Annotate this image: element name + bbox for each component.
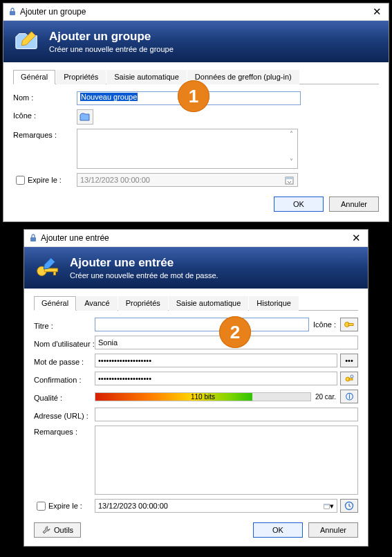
tools-button[interactable]: Outils [34,522,81,538]
remarks-label: Remarques : [13,129,77,139]
wrench-icon [41,525,51,535]
tab-general[interactable]: Général [13,70,55,84]
info-icon: ⓘ [346,392,353,402]
expires-checkbox[interactable] [16,176,25,185]
expires-value: 13/12/2023 00:00:00 [80,176,150,184]
annotation-badge-1: 1 [178,80,209,112]
header-subtitle: Créer une nouvelle entrée de groupe [49,45,174,53]
icon-label: Icône : [13,109,77,120]
quality-chars: 20 car. [315,393,336,401]
dots-icon: ••• [345,356,353,365]
remarks-textarea[interactable]: ˄ ˅ [77,129,298,169]
svg-point-11 [351,375,353,378]
confirm-input[interactable] [95,372,337,385]
password-input[interactable] [95,354,337,367]
svg-rect-3 [30,237,36,241]
tab-history[interactable]: Historique [249,296,299,311]
quality-bits: 110 bits [191,393,215,401]
window-title: Ajouter un groupe [20,7,369,17]
svg-rect-8 [348,324,353,326]
tab-properties[interactable]: Propriétés [118,296,168,311]
close-button[interactable]: ✕ [348,232,364,244]
svg-rect-0 [10,11,15,15]
quality-meter: 110 bits [95,392,311,401]
key-pencil-icon [34,254,62,282]
expires-checkbox[interactable] [37,502,46,511]
quality-info-button[interactable]: ⓘ [340,390,358,403]
tab-autotype[interactable]: Saisie automatique [106,70,187,84]
add-group-dialog: Ajouter un groupe ✕ Ajouter un groupe Cr… [3,3,389,222]
tab-properties[interactable]: Propriétés [56,70,106,84]
titlebar[interactable]: Ajouter une entrée ✕ [24,230,368,247]
svg-rect-13 [324,504,330,505]
svg-rect-2 [286,177,293,179]
reveal-password-button[interactable]: ••• [340,354,358,367]
add-entry-dialog: Ajouter une entrée ✕ Ajouter une entrée … [24,229,368,547]
cancel-button[interactable]: Annuler [308,522,358,538]
tab-advanced[interactable]: Avancé [77,296,118,311]
tools-label: Outils [54,526,73,534]
dialog-body: 2 Général Avancé Propriétés Saisie autom… [24,289,368,546]
expires-label: Expire le : [48,502,82,510]
clock-icon [344,501,354,511]
password-label: Mot de passe : [34,356,95,366]
confirm-label: Confirmation : [34,374,95,384]
tab-autotype[interactable]: Saisie automatique [169,296,249,311]
username-label: Nom d'utilisateur : [34,338,95,348]
folder-pencil-icon [13,28,41,55]
quality-label: Qualité : [34,392,95,402]
cancel-button[interactable]: Annuler [329,197,379,212]
title-input[interactable] [95,318,309,331]
calendar-dropdown-icon[interactable] [284,175,295,185]
icon-label: Icône : [313,320,336,329]
expires-label: Expire le : [28,176,62,184]
expires-value: 13/12/2023 00:00:00 [98,502,168,510]
titlebar[interactable]: Ajouter un groupe ✕ [3,3,389,21]
remarks-label: Remarques : [34,426,95,436]
remarks-textarea[interactable] [95,426,358,495]
header-title: Ajouter un groupe [49,30,174,44]
lock-icon [28,233,38,243]
dialog-header: Ajouter une entrée Créer une nouvelle en… [24,247,368,289]
url-label: Adresse (URL) : [34,410,95,420]
tab-strip: Général Avancé Propriétés Saisie automat… [34,295,358,311]
ok-button[interactable]: OK [274,197,324,212]
ok-button[interactable]: OK [253,522,303,538]
window-title: Ajouter une entrée [41,233,348,243]
icon-picker-button[interactable] [340,318,358,331]
expiry-preset-button[interactable] [340,499,358,513]
generate-password-button[interactable] [340,372,358,385]
scroll-up-arrow[interactable]: ˄ [286,130,297,140]
dialog-header: Ajouter un groupe Créer une nouvelle ent… [3,21,389,62]
dialog-body: 1 Général Propriétés Saisie automatique … [3,62,389,221]
calendar-dropdown-icon[interactable]: ▾ [324,501,334,511]
header-subtitle: Créer une nouvelle entrée de mot de pass… [70,271,218,280]
key-gear-icon [344,374,354,383]
svg-rect-10 [349,378,353,380]
svg-rect-6 [54,272,56,275]
close-button[interactable]: ✕ [369,6,384,18]
icon-picker-button[interactable] [77,109,93,125]
name-label: Nom : [13,91,77,102]
expires-date-field[interactable]: 13/12/2023 00:00:00 ▾ [95,499,337,513]
expires-date-field[interactable]: 13/12/2023 00:00:00 [77,173,298,187]
name-value: Nouveau groupe [80,93,138,101]
lock-icon [8,7,17,17]
tab-general[interactable]: Général [34,296,76,311]
tab-plugins[interactable]: Données de greffon (plug-in) [187,70,299,84]
title-label: Titre : [34,320,95,330]
scroll-down-arrow[interactable]: ˅ [286,158,297,167]
url-input[interactable] [95,408,358,421]
annotation-badge-2: 2 [219,316,251,348]
header-title: Ajouter une entrée [70,256,218,270]
